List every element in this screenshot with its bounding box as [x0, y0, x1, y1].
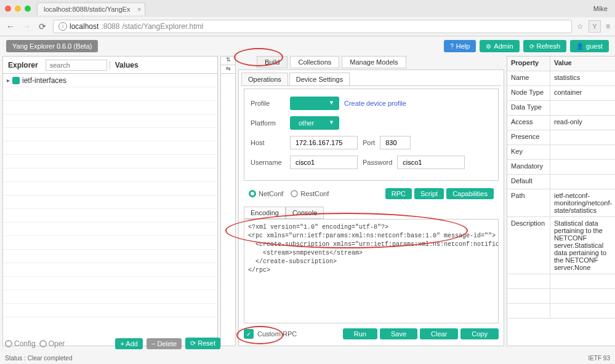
console-textarea[interactable]: <?xml version="1.0" encoding="utf-8"?> <… [244, 219, 499, 323]
password-label: Password [363, 159, 392, 166]
splitter-column[interactable]: ⇅ ⇆ [220, 56, 236, 346]
tree-row-empty [3, 304, 217, 317]
splitter-handle[interactable]: ⇆ [221, 65, 235, 74]
reload-icon[interactable]: ⟳ [37, 22, 48, 31]
custom-rpc-checkbox[interactable]: ✓ [244, 329, 254, 339]
menu-icon[interactable]: ≡ [606, 22, 610, 31]
tree-row-empty [3, 250, 217, 263]
port-label: Port [363, 139, 375, 146]
tab-console[interactable]: Console [286, 207, 324, 219]
tree-row-empty [3, 263, 217, 277]
explorer-label: Explorer [3, 61, 43, 69]
save-button[interactable]: Save [380, 328, 417, 339]
tab-encoding[interactable]: Encoding [244, 207, 286, 219]
guest-button[interactable]: 👤guest [570, 40, 609, 52]
refresh-button[interactable]: ⟳Refresh [523, 40, 567, 52]
prop-row-access: Accessread-only [507, 116, 615, 130]
clear-button[interactable]: Clear [420, 328, 458, 339]
capabilities-button[interactable]: Capabilities [446, 188, 494, 199]
admin-button[interactable]: ⚙Admin [480, 40, 519, 52]
tree-row-empty [3, 209, 217, 223]
bookmark-icon[interactable]: ☆ [577, 22, 584, 31]
run-button[interactable]: Run [343, 328, 377, 339]
prop-row-empty [507, 304, 615, 318]
status-text: Status : Clear completed [5, 355, 73, 362]
tab-manage[interactable]: Manage Models [342, 56, 406, 68]
search-input[interactable] [46, 60, 107, 71]
username-input[interactable] [290, 156, 358, 169]
radio-icon [291, 190, 298, 197]
splitter-handle[interactable]: ⇅ [221, 57, 235, 65]
help-button[interactable]: ?Help [444, 40, 476, 52]
tree-row-empty [3, 141, 217, 155]
url-input[interactable]: i localhost:8088/static/YangExplorer.htm… [53, 20, 572, 33]
create-profile-link[interactable]: Create device profile [344, 100, 406, 107]
device-form: Profile Create device profile Platform o… [244, 89, 499, 181]
prop-row-key: Key [507, 145, 615, 160]
user-label: Mike [593, 5, 608, 12]
user-icon: 👤 [576, 43, 584, 50]
browser-chrome: localhost:8088/static/YangEx × Mike ← → … [0, 0, 615, 36]
prop-row-path: Pathietf-netconf-monitoring/netconf-stat… [507, 189, 615, 217]
status-bar: Status : Clear completed IETF 93 [5, 355, 610, 362]
explorer-panel: Explorer Values ▸ ietf-interfaces [2, 56, 218, 346]
radio-checked-icon [249, 190, 256, 197]
tree-row-empty [3, 155, 217, 168]
close-window-icon[interactable] [5, 6, 11, 12]
forward-icon[interactable]: → [21, 22, 32, 31]
help-icon: ? [450, 43, 454, 50]
app-title: Yang Explorer 0.6.0 (Beta) [6, 40, 98, 52]
maximize-window-icon[interactable] [25, 6, 31, 12]
tree-item-label: ietf-interfaces [22, 76, 66, 85]
radio-icon [5, 340, 12, 347]
prop-row-presence: Presence [507, 130, 615, 145]
tab-build[interactable]: Build [257, 56, 287, 68]
explorer-header: Explorer Values [3, 57, 217, 74]
tree-row-empty [3, 196, 217, 209]
console-tabs: Encoding Console [244, 207, 499, 219]
restconf-radio[interactable]: RestConf [291, 190, 329, 197]
delete-button[interactable]: − Delete [147, 338, 182, 349]
url-port: :8088 [101, 22, 119, 31]
reset-button[interactable]: ⟳ Reset [185, 338, 220, 349]
tab-operations[interactable]: Operations [241, 73, 288, 85]
close-tab-icon[interactable]: × [137, 6, 141, 13]
netconf-radio[interactable]: NetConf [249, 190, 283, 197]
sub-tabs: Operations Device Settings [241, 73, 501, 86]
radio-icon [39, 340, 47, 347]
prop-row-description: DescriptionStatistical data pertaining t… [507, 217, 615, 274]
oper-radio[interactable]: Oper [39, 339, 65, 348]
site-info-icon[interactable]: i [58, 22, 67, 31]
back-icon[interactable]: ← [5, 22, 16, 31]
status-right: IETF 93 [588, 355, 610, 362]
config-radio[interactable]: Config [5, 339, 36, 348]
url-path: /static/YangExplorer.html [122, 22, 203, 31]
script-button[interactable]: Script [414, 188, 444, 199]
tree-row-empty [3, 236, 217, 250]
tree-row-empty [3, 87, 217, 101]
minimize-window-icon[interactable] [15, 6, 21, 12]
values-label: Values [110, 61, 217, 69]
tree-row-empty [3, 182, 217, 196]
tree-row-empty [3, 277, 217, 290]
profile-select[interactable] [290, 97, 339, 110]
tree-item[interactable]: ▸ ietf-interfaces [3, 74, 217, 87]
tree-row-empty [3, 290, 217, 304]
copy-button[interactable]: Copy [460, 328, 499, 339]
property-panel: Property Value Namestatistics Node Typec… [507, 56, 615, 346]
browser-tab[interactable]: localhost:8088/static/YangEx × [37, 2, 145, 15]
tree-row-empty [3, 223, 217, 236]
add-button[interactable]: + Add [115, 338, 142, 349]
platform-select[interactable]: other [290, 116, 339, 130]
password-input[interactable] [397, 156, 465, 169]
host-label: Host [251, 139, 285, 146]
browser-tab-title: localhost:8088/static/YangEx [44, 6, 130, 13]
tab-collections[interactable]: Collections [290, 56, 339, 68]
rpc-button[interactable]: RPC [385, 188, 412, 199]
host-input[interactable] [290, 136, 358, 149]
expand-icon[interactable]: ▸ [7, 77, 10, 84]
extension-icon[interactable]: Y [589, 20, 601, 33]
prop-row-default: Default [507, 175, 615, 189]
port-input[interactable] [380, 136, 411, 149]
tab-device-settings[interactable]: Device Settings [289, 73, 350, 85]
